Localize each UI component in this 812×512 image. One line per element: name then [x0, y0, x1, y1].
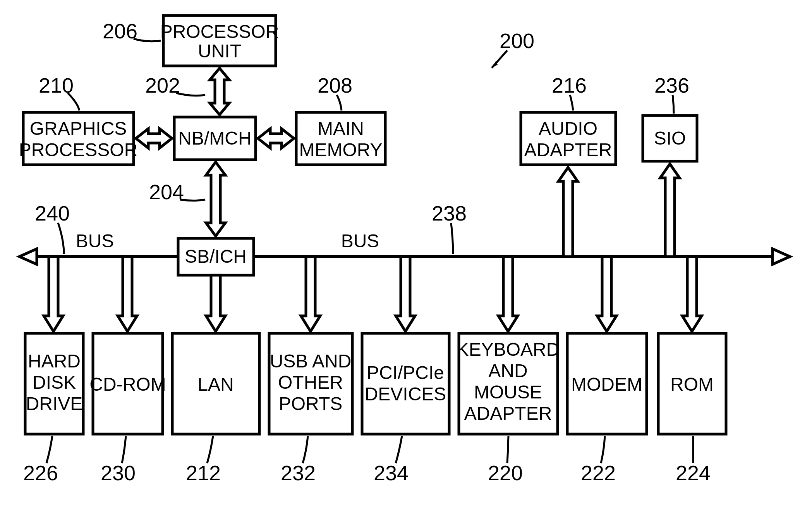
lan-box: LAN [172, 333, 259, 434]
ref-208: 208 [318, 74, 352, 97]
arrow-graphics-nbmch [136, 129, 172, 148]
ref-200: 200 [500, 29, 534, 52]
main-memory-box: MAIN MEMORY [296, 112, 385, 165]
kbm-label-4: ADAPTER [464, 403, 552, 424]
ref-234: 234 [374, 461, 409, 484]
leader-230 [122, 436, 126, 463]
leader-212 [207, 436, 213, 463]
arrow-bus-audio [558, 167, 578, 257]
arrow-bus-usb [301, 257, 320, 331]
processor-unit-label-line1: PROCESSOR [160, 21, 279, 42]
hdd-label-1: HARD [28, 351, 81, 371]
ref-240: 240 [35, 202, 70, 225]
arrow-nbmch-sbich [206, 162, 225, 236]
arrow-bus-sio [660, 164, 680, 257]
leader-220 [507, 436, 508, 463]
svg-marker-7 [558, 167, 578, 257]
arrow-bus-modem [597, 257, 616, 331]
svg-marker-13 [396, 257, 415, 331]
usb-label-3: PORTS [279, 393, 342, 414]
leader-216 [570, 95, 573, 110]
leader-208 [337, 95, 342, 110]
ref-206: 206 [103, 19, 137, 43]
leader-240 [58, 223, 64, 254]
sio-label: SIO [654, 128, 686, 148]
bus-arrowhead-right [773, 249, 790, 264]
svg-marker-11 [206, 275, 225, 331]
kbm-box: KEYBOARD AND MOUSE ADAPTER [457, 333, 560, 434]
usb-label-2: OTHER [278, 372, 343, 393]
svg-marker-16 [682, 257, 702, 331]
leader-238 [451, 223, 453, 254]
nbmch-box: NB/MCH [174, 117, 256, 160]
svg-marker-12 [301, 257, 320, 331]
svg-marker-10 [118, 257, 137, 331]
pci-label-1: PCI/PCIe [367, 362, 444, 383]
sbich-box: SB/ICH [178, 238, 254, 275]
leader-204 [180, 200, 205, 201]
ref-224: 224 [676, 461, 711, 484]
arrow-bus-pci [396, 257, 415, 331]
graphics-processor-box: GRAPHICS PROCESSOR [19, 112, 138, 165]
modem-label: MODEM [571, 374, 642, 395]
svg-marker-14 [498, 257, 518, 331]
arrow-bus-lan [206, 275, 225, 331]
arrow-bus-hdd [44, 257, 63, 331]
pci-box: PCI/PCIe DEVICES [362, 333, 449, 434]
kbm-label-2: AND [488, 360, 527, 381]
processor-unit-label-line2: UNIT [198, 41, 241, 61]
arrow-bus-cdrom [118, 257, 137, 331]
mainmem-label-line1: MAIN [318, 118, 364, 139]
graphics-label-line1: GRAPHICS [30, 118, 127, 139]
hdd-label-2: DISK [33, 372, 76, 393]
hdd-box: HARD DISK DRIVE [25, 333, 83, 434]
sbich-label: SB/ICH [185, 246, 247, 267]
ref-222: 222 [581, 461, 616, 484]
kbm-label-1: KEYBOARD [457, 339, 560, 360]
nbmch-label: NB/MCH [178, 128, 251, 148]
rom-box: ROM [658, 333, 726, 434]
leader-206 [134, 39, 161, 41]
svg-marker-9 [44, 257, 63, 331]
ref-226: 226 [23, 461, 58, 484]
lan-label: LAN [197, 374, 233, 395]
bus-label-left: BUS [76, 231, 114, 251]
modem-box: MODEM [567, 333, 647, 434]
ref-216: 216 [552, 74, 587, 97]
bus-label-right: BUS [341, 231, 379, 251]
cdrom-box: CD-ROM [89, 333, 166, 434]
arrow-bus-kbm [498, 257, 518, 331]
ref-202: 202 [145, 74, 180, 97]
svg-marker-15 [597, 257, 616, 331]
leader-202 [176, 93, 205, 96]
usb-label-1: USB AND [270, 351, 352, 371]
leader-222 [601, 436, 605, 463]
ref-232: 232 [281, 461, 316, 484]
architecture-diagram: PROCESSOR UNIT 206 NB/MCH 202 GRAPHICS P… [0, 0, 812, 512]
audio-adapter-box: AUDIO ADAPTER [521, 112, 616, 165]
pci-label-2: DEVICES [365, 384, 446, 404]
ref-230: 230 [101, 461, 136, 484]
usb-box: USB AND OTHER PORTS [269, 333, 352, 434]
svg-marker-8 [660, 164, 680, 257]
ref-212: 212 [186, 461, 221, 484]
leader-234 [396, 436, 402, 463]
ref-236: 236 [654, 74, 689, 97]
ref-220: 220 [488, 461, 523, 484]
kbm-label-3: MOUSE [474, 382, 542, 402]
hdd-label-3: DRIVE [26, 393, 83, 414]
rom-label: ROM [670, 374, 714, 395]
ref-238: 238 [432, 202, 467, 225]
sio-box: SIO [643, 116, 697, 161]
arrow-bus-rom [682, 257, 702, 331]
leader-236 [673, 95, 674, 114]
graphics-label-line2: PROCESSOR [19, 140, 138, 160]
cdrom-label: CD-ROM [89, 374, 166, 395]
leader-226 [46, 436, 52, 463]
mainmem-label-line2: MEMORY [299, 140, 382, 160]
leader-232 [303, 436, 308, 463]
processor-unit-box: PROCESSOR UNIT [160, 16, 279, 66]
audio-label-line1: AUDIO [539, 118, 597, 139]
arrow-nbmch-mainmem [258, 129, 294, 148]
ref-204: 204 [149, 180, 184, 203]
